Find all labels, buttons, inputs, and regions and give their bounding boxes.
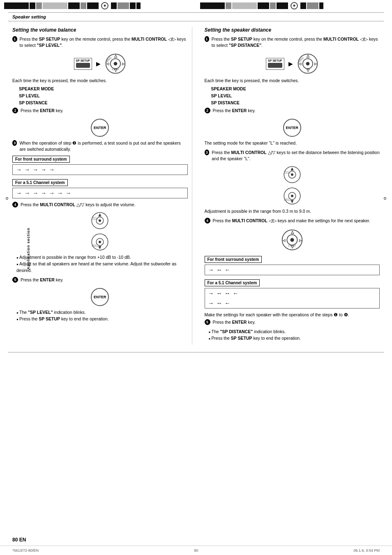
- left-multi-ctrl-up: MULTI CONTROL: [12, 212, 188, 230]
- left-step-4: 4 Press the MULTI CONTROL △/▽ keys to ad…: [12, 202, 188, 274]
- mode-speaker: SPEAKER MODE: [19, 85, 188, 92]
- main-content: Setting the volume balance 1 Press the S…: [0, 23, 392, 349]
- left-51-arrows: → → → → → → →: [12, 188, 188, 198]
- right-step5-text: Press the ENTER key.: [213, 319, 256, 325]
- left-step4-text: Press the MULTI CONTROL △/▽ keys to adju…: [21, 202, 136, 208]
- svg-point-2: [114, 62, 118, 66]
- svg-point-18: [99, 241, 101, 243]
- left-step-5: 5 Press the ENTER key. ENTER The "SP LEV…: [12, 277, 188, 322]
- left-bullet-list-2: The "SP LEVEL" indication blinks. Press …: [16, 309, 188, 322]
- left-bullet-2: Adjust so that all speakers are heard at…: [16, 261, 188, 274]
- left-51-label: For a 5.1 Channel system: [12, 179, 68, 186]
- left-enter-button-icon: ENTER: [91, 119, 109, 137]
- right-multi-control-wheel-2: △ ▽ ◁ ▷ ENTER: [281, 229, 303, 251]
- svg-text:▷: ▷: [314, 62, 317, 66]
- left-front-label: For front surround system: [12, 156, 70, 163]
- right-step-2: 2 Press the ENTER key. ENTER The setting…: [205, 108, 380, 146]
- left-bullet-3: The "SP LEVEL" indication blinks.: [16, 309, 188, 316]
- page-footer: 80 EN: [12, 537, 26, 543]
- right-step-3: 3 Press the MULTI CONTROL △/▽ keys to se…: [205, 150, 380, 214]
- right-multi-ctrl-up: MULTI CONTROL: [205, 166, 380, 184]
- header-strips: ⊕ ⊕: [0, 0, 392, 12]
- right-enter-btn-container: ENTER: [205, 119, 380, 137]
- left-column: Setting the volume balance 1 Press the S…: [12, 27, 192, 345]
- sp-setup-device: SP SETUP: [74, 58, 92, 70]
- rarrow-51-5: →: [208, 300, 214, 306]
- strip-block-1: [4, 2, 29, 9]
- section-header: Speaker setting: [0, 13, 392, 21]
- svg-point-33: [291, 173, 293, 176]
- step-num-3: 3: [12, 140, 17, 146]
- right-device-diagram-1: SP SETUP ▶ △ ▽ ◁ ▷ MULTI CON: [205, 53, 380, 74]
- left-col-title: Setting the volume balance: [12, 27, 188, 33]
- left-front-arrows: → → → → →: [12, 164, 188, 175]
- right-bullet-1: The "SP DISTANCE" indication blinks.: [209, 329, 380, 335]
- strip-block-10: [130, 2, 136, 9]
- svg-text:CONTROL: CONTROL: [92, 246, 99, 248]
- left-device-diagram-1: SP SETUP ▶ △ ▽ ◁ ▷: [12, 53, 188, 74]
- arrow-f1: →: [16, 166, 22, 173]
- right-mode-speaker: SPEAKER MODE: [211, 85, 380, 92]
- svg-marker-34: [291, 168, 293, 170]
- left-step-2: 2 Press the ENTER key. ENTER: [12, 108, 188, 137]
- right-mode-sp-level: SP LEVEL: [211, 92, 380, 99]
- left-multi-ctrl-down: MULTI CONTROL: [12, 233, 188, 252]
- svg-text:ENTER: ENTER: [288, 244, 296, 247]
- strip-right: ⊕: [196, 0, 380, 12]
- right-step5-note: Make the settings for each speaker with …: [205, 312, 380, 318]
- strip-block-r8: [307, 2, 318, 9]
- right-device-diagram-2: △ ▽ ◁ ▷ ENTER: [205, 229, 380, 251]
- arrow-icon-1: ▶: [96, 60, 101, 67]
- strip-block-7: [87, 2, 99, 9]
- mode-sp-level: SP LEVEL: [19, 92, 188, 99]
- rarrow-51-4: ←: [233, 290, 239, 297]
- rarrow-f2: ↔: [217, 267, 222, 273]
- arrow-51-2: →: [24, 190, 30, 196]
- right-step2-note: The setting mode for the speaker "L" is …: [205, 140, 380, 146]
- left-bullet-list-1: Adjustment is possible in the range from…: [16, 254, 188, 274]
- strip-block-11: [136, 2, 141, 9]
- svg-text:◁: ◁: [282, 238, 286, 242]
- left-mode-list: SPEAKER MODE SP LEVEL SP DISTANCE: [19, 85, 188, 106]
- right-bullet-list: The "SP DISTANCE" indication blinks. Pre…: [209, 329, 380, 342]
- right-front-label: For front surround system: [205, 256, 262, 263]
- arrow-51-1: →: [16, 190, 22, 196]
- left-bullet-4: Press the SP SETUP key to end the operat…: [16, 316, 188, 322]
- rarrow-f3: ←: [225, 267, 231, 273]
- right-column: Setting the speaker distance 1 Press the…: [201, 27, 380, 345]
- right-step4-text: Press the MULTI CONTROL ◁/▷ keys and mak…: [213, 218, 370, 224]
- right-step-num-1: 1: [205, 36, 209, 42]
- left-enter-button-icon-2: ENTER: [91, 288, 109, 306]
- strip-block-r7: [300, 2, 306, 9]
- right-multi-ctrl-down: MULTI CONTROL: [205, 187, 380, 206]
- mode-sp-distance: SP DISTANCE: [19, 99, 188, 106]
- left-step2-text: Press the ENTER key.: [21, 108, 63, 114]
- step-num-5: 5: [12, 277, 18, 283]
- svg-text:△: △: [114, 54, 118, 58]
- svg-point-12: [99, 219, 101, 222]
- left-mode-switches-intro: Each time the key is pressed, the mode s…: [12, 78, 188, 84]
- strip-block-5: [68, 2, 80, 9]
- sp-setup-box: SP SETUP: [74, 58, 92, 70]
- right-adjustment-range: Adjustment is possible in the range from…: [205, 208, 380, 214]
- right-multi-control-down-icon: MULTI CONTROL: [283, 187, 301, 205]
- right-col-title: Setting the speaker distance: [205, 27, 380, 33]
- multi-control-down-icon: MULTI CONTROL: [91, 233, 109, 251]
- svg-text:CONTROL: CONTROL: [92, 219, 99, 220]
- right-front-arrows: → ↔ ←: [205, 265, 380, 275]
- right-bullet-2: Press the SP SETUP key to end the operat…: [209, 335, 380, 342]
- arrow-51-4: →: [41, 190, 46, 196]
- strip-left: ⊕: [0, 0, 184, 12]
- strip-block-3: [36, 2, 42, 9]
- footer-right: 06.1.6, 0:54 PM: [353, 548, 380, 553]
- arrow-51-5: →: [49, 190, 55, 196]
- right-enter-button-icon: ENTER: [283, 119, 301, 137]
- rarrow-f1: →: [208, 267, 214, 273]
- right-51-label: For a 5.1 Channel system: [205, 279, 260, 286]
- right-step-4: 4 Press the MULTI CONTROL ◁/▷ keys and m…: [205, 218, 380, 309]
- svg-text:CONTROL: CONTROL: [284, 200, 291, 202]
- right-step-num-3: 3: [205, 150, 210, 155]
- page-locale: EN: [19, 537, 26, 543]
- rarrow-51-6: ↔: [217, 300, 222, 306]
- section-title: Speaker setting: [12, 14, 46, 19]
